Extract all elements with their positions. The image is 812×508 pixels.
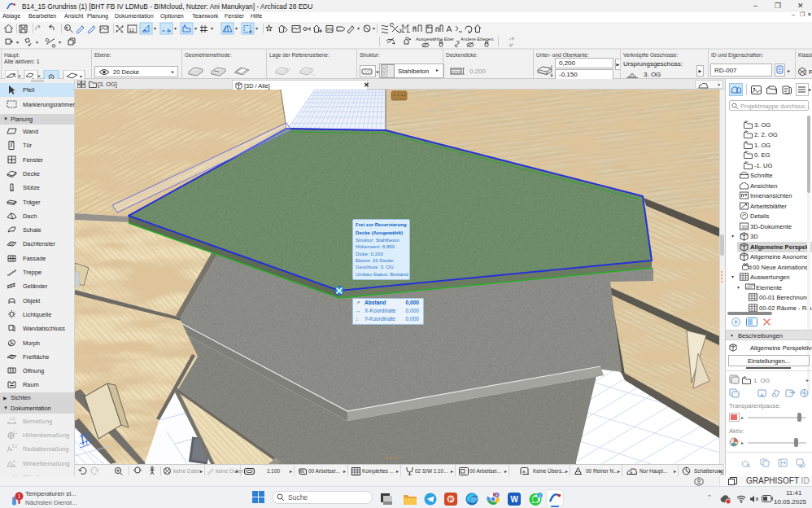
svg-text:▾: ▾ <box>36 40 38 45</box>
svg-text:▾: ▾ <box>373 26 375 31</box>
svg-text:W: W <box>511 495 519 504</box>
svg-text:1: 1 <box>539 494 541 498</box>
svg-text:1: 1 <box>18 493 21 499</box>
svg-text:▾: ▾ <box>16 40 19 45</box>
svg-text:1.2: 1.2 <box>13 431 17 435</box>
svg-text:▾: ▾ <box>235 26 238 31</box>
svg-text:α: α <box>13 459 15 463</box>
svg-text:▾: ▾ <box>357 26 360 31</box>
svg-text:ₓ: ₓ <box>313 72 315 77</box>
svg-text:3D: 3D <box>741 225 748 230</box>
svg-text:a: a <box>630 469 632 474</box>
svg-text:P: P <box>449 496 454 503</box>
svg-text:▸: ▸ <box>38 73 41 78</box>
svg-text:▸: ▸ <box>19 73 21 78</box>
svg-text:a: a <box>522 469 526 474</box>
svg-text:▾: ▾ <box>211 26 213 31</box>
svg-text:▾: ▾ <box>174 26 177 31</box>
svg-text:F6: F6 <box>327 27 334 32</box>
svg-text:▾: ▾ <box>255 26 258 31</box>
svg-text:S: S <box>800 464 803 469</box>
svg-text:1.2: 1.2 <box>10 417 15 421</box>
svg-text:12: 12 <box>129 28 135 33</box>
svg-text:▾: ▾ <box>194 26 197 31</box>
svg-text:▾: ▾ <box>80 74 82 79</box>
svg-text:Ausgewählte Eber: Ausgewählte Eber <box>416 37 454 42</box>
svg-text:5.2: 5.2 <box>12 444 17 449</box>
svg-text:A: A <box>495 493 498 497</box>
svg-text:Andere Ebenen:: Andere Ebenen: <box>461 37 495 42</box>
svg-text:▾: ▾ <box>154 26 156 31</box>
svg-text:▾: ▾ <box>59 40 61 45</box>
svg-text:ˣ: ˣ <box>289 67 290 72</box>
